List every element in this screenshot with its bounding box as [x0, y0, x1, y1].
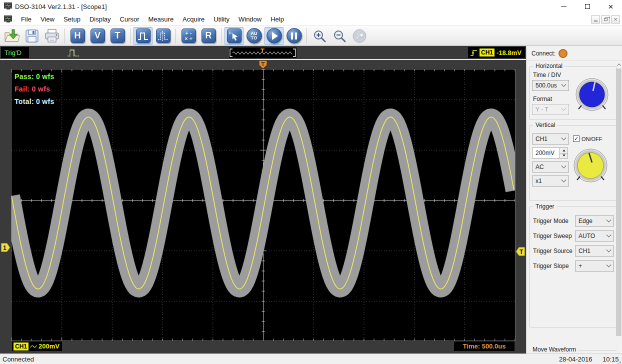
menu-measure[interactable]: Measure	[144, 14, 178, 25]
onoff-label: ON/OFF	[582, 136, 602, 142]
vertical-setup-button[interactable]: V	[88, 27, 107, 45]
trigger-slope-select[interactable]: +	[575, 260, 614, 272]
minimize-icon	[594, 20, 598, 22]
scope-separator	[0, 59, 526, 60]
channel-select[interactable]: CH1	[532, 134, 569, 144]
minimize-button[interactable]	[552, 0, 575, 13]
menu-utility[interactable]: Utility	[209, 14, 234, 25]
save-button[interactable]	[22, 27, 42, 45]
auto-label-bottom: TO	[251, 36, 257, 40]
vertical-group: Vertical CH1 ✓ ON/OFF 200mV	[530, 125, 616, 201]
menu-view[interactable]: View	[36, 14, 59, 25]
menu-window[interactable]: Window	[234, 14, 266, 25]
v-letter-icon: V	[90, 28, 105, 43]
reference-button[interactable]: R	[199, 27, 218, 45]
math-button[interactable]: + - × ÷	[179, 27, 198, 45]
channel-onoff[interactable]: ✓ ON/OFF	[573, 136, 602, 142]
trigger-source-select[interactable]: CH1	[575, 246, 614, 256]
channel1-badge: CH1	[14, 342, 28, 350]
trigger-group: Trigger Trigger Mode Edge Trigger Sweep …	[530, 206, 616, 328]
chevron-down-icon	[562, 135, 566, 140]
spin-up-button[interactable]	[560, 148, 568, 153]
open-button[interactable]	[2, 27, 22, 45]
horizontal-knob[interactable]	[574, 78, 610, 114]
svg-text:1: 1	[3, 244, 6, 252]
format-label: Format	[533, 96, 552, 102]
menu-setup[interactable]: Setup	[59, 14, 85, 25]
zoom-out-button[interactable]	[330, 27, 349, 45]
scope-display[interactable]: Pass: 0 wfs Fail: 0 wfs Total: 0 wfs	[11, 69, 516, 341]
vertical-group-title: Vertical	[534, 122, 557, 128]
pause-button[interactable]	[284, 27, 304, 45]
trigger-mode-select[interactable]: Edge	[575, 216, 614, 226]
auto-setup-button[interactable]: AU TO	[244, 27, 264, 45]
menu-display[interactable]: Display	[85, 14, 116, 25]
horizontal-group-title: Horizontal	[534, 62, 564, 70]
channel-value: CH1	[536, 136, 548, 142]
cursor-measure-button[interactable]	[224, 27, 244, 45]
trigger-sweep-select[interactable]: AUTO	[575, 230, 614, 242]
time-div-select[interactable]: 500.0us	[532, 80, 569, 91]
menu-file[interactable]: File	[16, 14, 36, 25]
pause-icon	[286, 28, 302, 44]
mdi-close-button[interactable]: ×	[611, 16, 620, 24]
control-panel: Connect: Horizontal Time / DIV 500.0us F…	[526, 46, 622, 354]
toolbar-separator	[306, 28, 307, 44]
trigger-level-marker[interactable]: T	[516, 247, 525, 256]
coupling-value: AC	[536, 164, 544, 170]
maximize-button[interactable]	[576, 0, 598, 13]
svg-text:T: T	[520, 248, 524, 256]
probe-value: x1	[536, 178, 542, 184]
run-button[interactable]	[264, 27, 284, 45]
chevron-down-icon	[606, 247, 612, 252]
trigger-level-value: -18.8mV	[496, 49, 522, 56]
main-area: Trig'D CH1 -18.8mV	[0, 46, 622, 354]
menu-help[interactable]: Help	[266, 14, 288, 25]
chevron-up-icon	[616, 64, 620, 68]
trigger-setup-button[interactable]: T	[108, 27, 127, 45]
close-button[interactable]: ×	[600, 0, 622, 13]
status-date: 28-04-2016	[559, 356, 592, 363]
channel1-position-marker[interactable]: 1	[1, 243, 10, 252]
chevron-down-icon	[562, 106, 566, 110]
horizontal-trigger-position-marker[interactable]	[259, 60, 267, 69]
scroll-up-button[interactable]	[616, 61, 622, 68]
spin-down-button[interactable]	[560, 153, 568, 158]
trigger-mode-value: Edge	[578, 218, 592, 224]
checkbox-checked-icon[interactable]: ✓	[573, 136, 580, 142]
probe-select[interactable]: x1	[532, 176, 569, 186]
panel-scrollbar[interactable]	[616, 61, 622, 336]
refresh-button[interactable]	[350, 27, 369, 45]
move-waveform-title: Move Waveform	[530, 346, 578, 353]
pass-count: Pass: 0 wfs	[14, 72, 54, 80]
connection-status: Connected	[2, 356, 34, 363]
menu-acquire[interactable]: Acquire	[178, 14, 209, 25]
horizontal-setup-button[interactable]: H	[68, 27, 87, 45]
status-time: 10:15	[602, 356, 619, 363]
waveform-preview[interactable]	[229, 48, 296, 58]
close-icon: ×	[608, 2, 614, 11]
zoom-in-icon	[312, 29, 326, 43]
volts-div-stepper[interactable]: 200mV	[532, 148, 568, 158]
time-div-label: Time / DIV	[533, 72, 561, 78]
coupling-select[interactable]: AC	[532, 162, 569, 172]
volts-div-value: 200mV	[532, 150, 560, 156]
resize-grip[interactable]	[620, 362, 621, 363]
panel-divider	[526, 60, 622, 60]
trigger-readout: CH1 -18.8mV	[468, 47, 525, 58]
mask-setup-button[interactable]	[154, 27, 172, 45]
print-button[interactable]	[42, 27, 62, 45]
format-select[interactable]: Y - T	[532, 104, 569, 115]
mdi-minimize-button[interactable]	[591, 16, 600, 24]
trigger-slope-icon	[470, 48, 478, 57]
toolbar: H V T + - × ÷ R	[0, 26, 622, 46]
mdi-window-buttons: ×	[591, 16, 620, 24]
pass-fail-button[interactable]	[134, 27, 152, 45]
mdi-restore-button[interactable]	[601, 16, 610, 24]
chevron-down-icon	[562, 82, 566, 86]
zoom-in-button[interactable]	[310, 27, 329, 45]
menu-cursor[interactable]: Cursor	[116, 14, 144, 25]
refresh-icon	[352, 28, 367, 44]
vertical-knob[interactable]	[572, 148, 609, 184]
channel1-scale: 200mV	[38, 342, 60, 350]
